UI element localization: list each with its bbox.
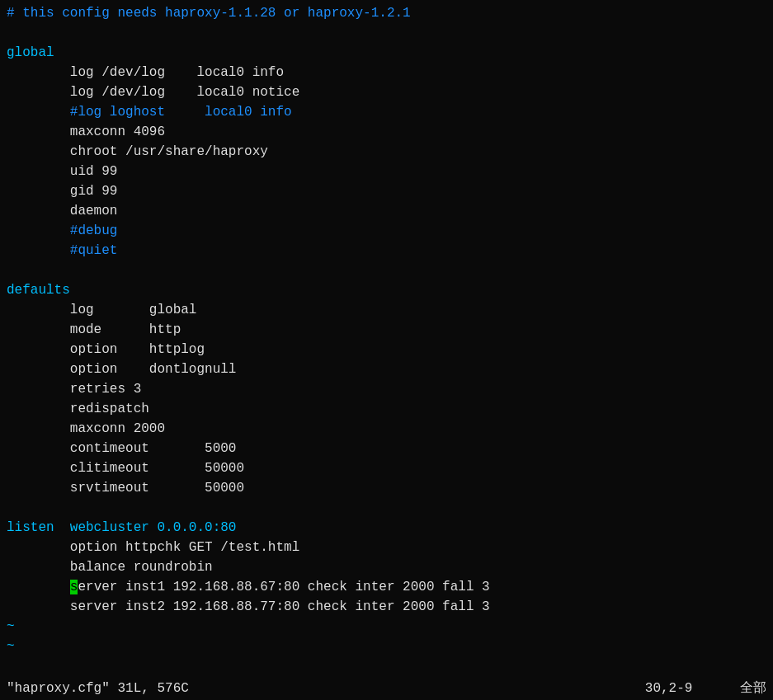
line-22: maxconn 2000: [7, 419, 766, 439]
line-25: srvtimeout 50000: [7, 478, 766, 498]
line-28: option httpchk GET /test.html: [7, 538, 766, 557]
line-7: maxconn 4096: [7, 122, 766, 142]
line-30: server inst1 192.168.88.67:80 check inte…: [7, 577, 766, 597]
line-2: [7, 23, 766, 43]
line-31: server inst2 192.168.88.77:80 check inte…: [7, 597, 766, 617]
line-16: log global: [7, 300, 766, 320]
line-3: global: [7, 43, 766, 63]
line-13: #quiet: [7, 241, 766, 261]
line-26: [7, 498, 766, 518]
line-9: uid 99: [7, 162, 766, 181]
line-18: option httplog: [7, 340, 766, 359]
editor-content: # this config needs haproxy-1.1.28 or ha…: [0, 0, 773, 677]
line-5: log /dev/log local0 notice: [7, 82, 766, 102]
line-20: retries 3: [7, 379, 766, 399]
line-1: # this config needs haproxy-1.1.28 or ha…: [7, 3, 766, 23]
line-33: ~: [7, 637, 766, 656]
line-11: daemon: [7, 201, 766, 221]
line-32: ~: [7, 617, 766, 637]
line-12: #debug: [7, 221, 766, 241]
line-24: clitimeout 50000: [7, 458, 766, 478]
line-4: log /dev/log local0 info: [7, 63, 766, 82]
status-position-mode: 30,2-9 全部: [645, 679, 766, 698]
status-position: 30,2-9: [645, 681, 693, 696]
line-17: mode http: [7, 320, 766, 340]
line-15: defaults: [7, 280, 766, 300]
line-27: listen webcluster 0.0.0.0:80: [7, 518, 766, 538]
line-8: chroot /usr/share/haproxy: [7, 142, 766, 162]
status-mode: 全部: [740, 681, 766, 696]
status-filename: "haproxy.cfg" 31L, 576C: [7, 679, 189, 698]
line-29: balance roundrobin: [7, 557, 766, 577]
line-19: option dontlognull: [7, 359, 766, 379]
line-21: redispatch: [7, 399, 766, 419]
line-23: contimeout 5000: [7, 439, 766, 458]
line-6: #log loghost local0 info: [7, 102, 766, 122]
line-10: gid 99: [7, 181, 766, 201]
status-bar: "haproxy.cfg" 31L, 576C 30,2-9 全部: [0, 677, 773, 700]
cursor: s: [70, 580, 78, 594]
line-14: [7, 261, 766, 280]
